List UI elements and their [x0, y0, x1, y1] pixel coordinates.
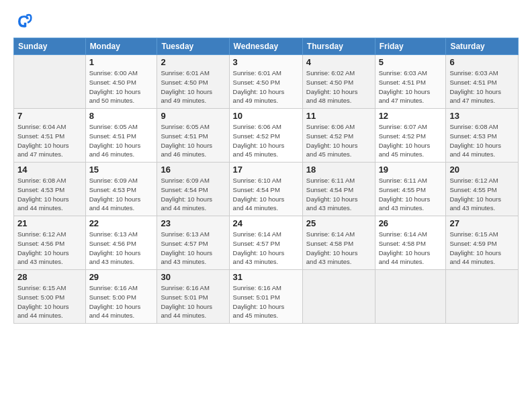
day-number: 1: [89, 57, 154, 67]
calendar-cell: 24Sunrise: 6:14 AM Sunset: 4:57 PM Dayli…: [229, 216, 302, 270]
day-number: 10: [233, 111, 299, 121]
day-info: Sunrise: 6:05 AM Sunset: 4:51 PM Dayligh…: [161, 122, 225, 159]
day-info: Sunrise: 6:12 AM Sunset: 4:56 PM Dayligh…: [17, 230, 82, 267]
calendar-cell: 13Sunrise: 6:08 AM Sunset: 4:53 PM Dayli…: [446, 109, 519, 163]
day-info: Sunrise: 6:11 AM Sunset: 4:55 PM Dayligh…: [379, 176, 443, 213]
calendar-cell: 23Sunrise: 6:13 AM Sunset: 4:57 PM Dayli…: [157, 216, 229, 270]
day-number: 22: [89, 218, 154, 228]
day-info: Sunrise: 6:13 AM Sunset: 4:57 PM Dayligh…: [161, 230, 225, 267]
day-info: Sunrise: 6:01 AM Sunset: 4:50 PM Dayligh…: [233, 68, 299, 105]
day-number: 15: [89, 165, 154, 175]
day-number: 7: [17, 111, 82, 121]
day-info: Sunrise: 6:06 AM Sunset: 4:52 PM Dayligh…: [233, 122, 299, 159]
day-number: 14: [17, 165, 82, 175]
calendar-cell: 1Sunrise: 6:00 AM Sunset: 4:50 PM Daylig…: [85, 55, 157, 109]
calendar-cell: 30Sunrise: 6:16 AM Sunset: 5:01 PM Dayli…: [157, 270, 229, 324]
day-info: Sunrise: 6:00 AM Sunset: 4:50 PM Dayligh…: [89, 68, 154, 105]
day-info: Sunrise: 6:06 AM Sunset: 4:52 PM Dayligh…: [306, 122, 371, 159]
calendar-cell: 16Sunrise: 6:09 AM Sunset: 4:54 PM Dayli…: [157, 163, 229, 216]
day-info: Sunrise: 6:08 AM Sunset: 4:53 PM Dayligh…: [449, 122, 515, 159]
calendar-table: SundayMondayTuesdayWednesdayThursdayFrid…: [13, 38, 519, 324]
day-number: 25: [306, 218, 371, 228]
day-number: 5: [379, 57, 443, 67]
day-number: 9: [161, 111, 225, 121]
calendar-cell: 14Sunrise: 6:08 AM Sunset: 4:53 PM Dayli…: [14, 163, 86, 216]
calendar-cell: 15Sunrise: 6:09 AM Sunset: 4:53 PM Dayli…: [85, 163, 157, 216]
weekday-header-sunday: Sunday: [14, 38, 86, 55]
day-info: Sunrise: 6:10 AM Sunset: 4:54 PM Dayligh…: [233, 176, 299, 213]
day-info: Sunrise: 6:03 AM Sunset: 4:51 PM Dayligh…: [449, 68, 515, 105]
day-number: 26: [379, 218, 443, 228]
day-info: Sunrise: 6:03 AM Sunset: 4:51 PM Dayligh…: [379, 68, 443, 105]
day-number: 27: [449, 218, 515, 228]
calendar-cell: 3Sunrise: 6:01 AM Sunset: 4:50 PM Daylig…: [229, 55, 302, 109]
calendar-cell: 7Sunrise: 6:04 AM Sunset: 4:51 PM Daylig…: [14, 109, 86, 163]
day-info: Sunrise: 6:08 AM Sunset: 4:53 PM Dayligh…: [17, 176, 82, 213]
day-number: 19: [379, 165, 443, 175]
day-info: Sunrise: 6:16 AM Sunset: 5:00 PM Dayligh…: [89, 283, 154, 320]
calendar-cell: [446, 270, 519, 324]
calendar-cell: 2Sunrise: 6:01 AM Sunset: 4:50 PM Daylig…: [157, 55, 229, 109]
calendar-cell: 21Sunrise: 6:12 AM Sunset: 4:56 PM Dayli…: [14, 216, 86, 270]
day-number: 13: [449, 111, 515, 121]
weekday-header-tuesday: Tuesday: [157, 38, 229, 55]
day-info: Sunrise: 6:16 AM Sunset: 5:01 PM Dayligh…: [233, 283, 299, 320]
day-number: 31: [233, 272, 299, 282]
calendar-cell: 9Sunrise: 6:05 AM Sunset: 4:51 PM Daylig…: [157, 109, 229, 163]
calendar-cell: 22Sunrise: 6:13 AM Sunset: 4:56 PM Dayli…: [85, 216, 157, 270]
day-number: 24: [233, 218, 299, 228]
week-row-3: 14Sunrise: 6:08 AM Sunset: 4:53 PM Dayli…: [14, 163, 519, 216]
day-info: Sunrise: 6:16 AM Sunset: 5:01 PM Dayligh…: [161, 283, 225, 320]
weekday-header-friday: Friday: [375, 38, 446, 55]
page: SundayMondayTuesdayWednesdayThursdayFrid…: [0, 0, 532, 411]
day-number: 16: [161, 165, 225, 175]
calendar-cell: [375, 270, 446, 324]
calendar-cell: 20Sunrise: 6:12 AM Sunset: 4:55 PM Dayli…: [446, 163, 519, 216]
calendar-cell: 29Sunrise: 6:16 AM Sunset: 5:00 PM Dayli…: [85, 270, 157, 324]
day-info: Sunrise: 6:04 AM Sunset: 4:51 PM Dayligh…: [17, 122, 82, 159]
logo-icon: [13, 12, 32, 31]
calendar-cell: 27Sunrise: 6:15 AM Sunset: 4:59 PM Dayli…: [446, 216, 519, 270]
calendar-cell: 6Sunrise: 6:03 AM Sunset: 4:51 PM Daylig…: [446, 55, 519, 109]
day-number: 18: [306, 165, 371, 175]
day-info: Sunrise: 6:14 AM Sunset: 4:58 PM Dayligh…: [379, 230, 443, 267]
day-number: 20: [449, 165, 515, 175]
day-number: 11: [306, 111, 371, 121]
day-info: Sunrise: 6:01 AM Sunset: 4:50 PM Dayligh…: [161, 68, 225, 105]
calendar-cell: 4Sunrise: 6:02 AM Sunset: 4:50 PM Daylig…: [302, 55, 375, 109]
calendar-cell: 19Sunrise: 6:11 AM Sunset: 4:55 PM Dayli…: [375, 163, 446, 216]
calendar-cell: 28Sunrise: 6:15 AM Sunset: 5:00 PM Dayli…: [14, 270, 86, 324]
day-info: Sunrise: 6:15 AM Sunset: 4:59 PM Dayligh…: [449, 230, 515, 267]
calendar-cell: 8Sunrise: 6:05 AM Sunset: 4:51 PM Daylig…: [85, 109, 157, 163]
day-number: 12: [379, 111, 443, 121]
day-number: 4: [306, 57, 371, 67]
day-number: 8: [89, 111, 154, 121]
day-info: Sunrise: 6:14 AM Sunset: 4:57 PM Dayligh…: [233, 230, 299, 267]
day-info: Sunrise: 6:05 AM Sunset: 4:51 PM Dayligh…: [89, 122, 154, 159]
weekday-header-thursday: Thursday: [302, 38, 375, 55]
day-number: 23: [161, 218, 225, 228]
day-number: 6: [449, 57, 515, 67]
calendar-cell: 18Sunrise: 6:11 AM Sunset: 4:54 PM Dayli…: [302, 163, 375, 216]
calendar-cell: 11Sunrise: 6:06 AM Sunset: 4:52 PM Dayli…: [302, 109, 375, 163]
calendar-cell: 12Sunrise: 6:07 AM Sunset: 4:52 PM Dayli…: [375, 109, 446, 163]
calendar-cell: [302, 270, 375, 324]
day-info: Sunrise: 6:11 AM Sunset: 4:54 PM Dayligh…: [306, 176, 371, 213]
day-info: Sunrise: 6:13 AM Sunset: 4:56 PM Dayligh…: [89, 230, 154, 267]
calendar-cell: 17Sunrise: 6:10 AM Sunset: 4:54 PM Dayli…: [229, 163, 302, 216]
calendar-cell: 10Sunrise: 6:06 AM Sunset: 4:52 PM Dayli…: [229, 109, 302, 163]
week-row-4: 21Sunrise: 6:12 AM Sunset: 4:56 PM Dayli…: [14, 216, 519, 270]
weekday-header-monday: Monday: [85, 38, 157, 55]
week-row-1: 1Sunrise: 6:00 AM Sunset: 4:50 PM Daylig…: [14, 55, 519, 109]
day-info: Sunrise: 6:02 AM Sunset: 4:50 PM Dayligh…: [306, 68, 371, 105]
day-info: Sunrise: 6:07 AM Sunset: 4:52 PM Dayligh…: [379, 122, 443, 159]
calendar-cell: 26Sunrise: 6:14 AM Sunset: 4:58 PM Dayli…: [375, 216, 446, 270]
weekday-header-wednesday: Wednesday: [229, 38, 302, 55]
calendar-cell: [14, 55, 86, 109]
day-info: Sunrise: 6:09 AM Sunset: 4:54 PM Dayligh…: [161, 176, 225, 213]
day-info: Sunrise: 6:14 AM Sunset: 4:58 PM Dayligh…: [306, 230, 371, 267]
calendar-cell: 5Sunrise: 6:03 AM Sunset: 4:51 PM Daylig…: [375, 55, 446, 109]
day-number: 3: [233, 57, 299, 67]
logo: [13, 12, 35, 31]
week-row-5: 28Sunrise: 6:15 AM Sunset: 5:00 PM Dayli…: [14, 270, 519, 324]
